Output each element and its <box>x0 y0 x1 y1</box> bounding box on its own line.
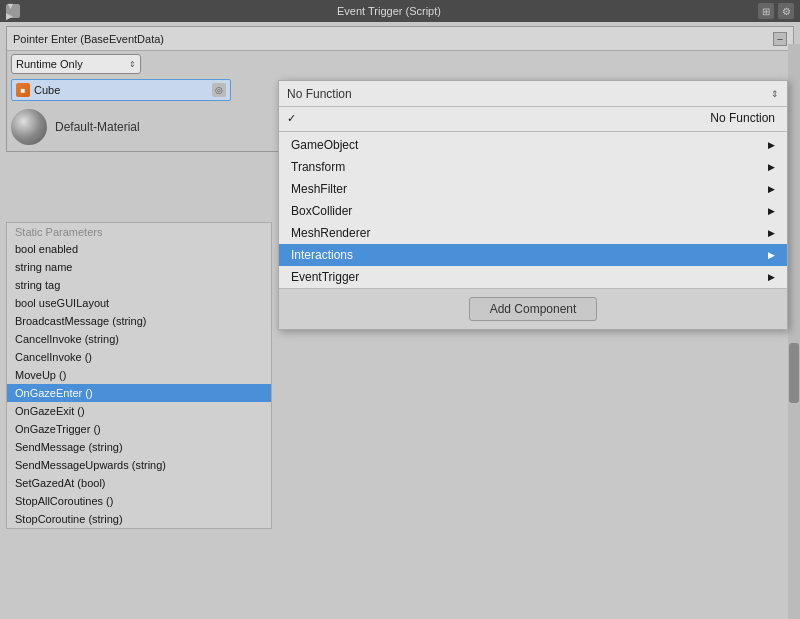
list-item-moveup[interactable]: MoveUp () <box>7 366 271 384</box>
left-panel: Static Parameters bool enabled string na… <box>6 222 272 529</box>
material-name: Default-Material <box>55 120 140 134</box>
dropdown-item-meshrenderer[interactable]: MeshRenderer ▶ <box>279 222 787 244</box>
title-bar-controls: ▼ ▶ <box>6 4 20 18</box>
collapse-icon[interactable]: ▼ ▶ <box>6 4 20 18</box>
list-item-bool-useguilayout[interactable]: bool useGUILayout <box>7 294 271 312</box>
list-item-cancelinvoke[interactable]: CancelInvoke () <box>7 348 271 366</box>
interactions-label: Interactions <box>291 248 353 262</box>
material-sphere-icon <box>11 109 47 145</box>
object-field[interactable]: ■ Cube ◎ <box>11 79 231 101</box>
list-item-broadcastmessage[interactable]: BroadcastMessage (string) <box>7 312 271 330</box>
checkmark-icon: ✓ <box>287 112 301 125</box>
title-bar-right: ⊞ ⚙ <box>758 3 794 19</box>
layout-icon[interactable]: ⊞ <box>758 3 774 19</box>
eventtrigger-label: EventTrigger <box>291 270 359 284</box>
right-dropdown: No Function ⇕ ✓ No Function GameObject ▶… <box>278 80 788 330</box>
meshfilter-label: MeshFilter <box>291 182 347 196</box>
list-item-cancelinvoke-string[interactable]: CancelInvoke (string) <box>7 330 271 348</box>
list-item-stopallcoroutines[interactable]: StopAllCoroutines () <box>7 492 271 510</box>
runtime-arrow: ⇕ <box>129 60 136 69</box>
object-picker-button[interactable]: ◎ <box>212 83 226 97</box>
settings-icon[interactable]: ⚙ <box>778 3 794 19</box>
gameobject-arrow: ▶ <box>768 140 775 150</box>
list-item-string-tag[interactable]: string tag <box>7 276 271 294</box>
eventtrigger-arrow: ▶ <box>768 272 775 282</box>
list-item-stopcoroutine[interactable]: StopCoroutine (string) <box>7 510 271 528</box>
remove-button[interactable]: − <box>773 32 787 46</box>
cube-icon: ■ <box>16 83 30 97</box>
boxcollider-arrow: ▶ <box>768 206 775 216</box>
meshfilter-arrow: ▶ <box>768 184 775 194</box>
meshrenderer-arrow: ▶ <box>768 228 775 238</box>
dropdown-header-arrow: ⇕ <box>771 89 779 99</box>
dropdown-item-transform[interactable]: Transform ▶ <box>279 156 787 178</box>
list-item-sendmessage[interactable]: SendMessage (string) <box>7 438 271 456</box>
list-item-setgazedat[interactable]: SetGazedAt (bool) <box>7 474 271 492</box>
dropdown-item-gameobject[interactable]: GameObject ▶ <box>279 134 787 156</box>
dropdown-header[interactable]: No Function ⇕ <box>279 81 787 107</box>
no-function-item-label: No Function <box>710 111 775 125</box>
event-trigger-label: Pointer Enter (BaseEventData) <box>13 33 164 45</box>
static-params-label: Static Parameters <box>7 223 271 240</box>
dropdown-item-boxcollider[interactable]: BoxCollider ▶ <box>279 200 787 222</box>
dropdown-separator <box>279 131 787 132</box>
list-item-sendmessageupwards[interactable]: SendMessageUpwards (string) <box>7 456 271 474</box>
list-item-ongazeexit[interactable]: OnGazeExit () <box>7 402 271 420</box>
dropdown-item-interactions[interactable]: Interactions ▶ <box>279 244 787 266</box>
meshrenderer-label: MeshRenderer <box>291 226 370 240</box>
row-selectors: Runtime Only ⇕ <box>7 51 793 77</box>
title-bar-title: Event Trigger (Script) <box>26 5 752 17</box>
event-trigger-header: Pointer Enter (BaseEventData) − <box>7 27 793 51</box>
interactions-arrow: ▶ <box>768 250 775 260</box>
transform-label: Transform <box>291 160 345 174</box>
runtime-select[interactable]: Runtime Only ⇕ <box>11 54 141 74</box>
dropdown-item-no-function[interactable]: ✓ No Function <box>279 107 787 129</box>
scrollbar-thumb[interactable] <box>789 343 799 403</box>
dropdown-item-meshfilter[interactable]: MeshFilter ▶ <box>279 178 787 200</box>
list-item-bool-enabled[interactable]: bool enabled <box>7 240 271 258</box>
transform-arrow: ▶ <box>768 162 775 172</box>
object-name: Cube <box>34 84 212 96</box>
dropdown-item-eventtrigger[interactable]: EventTrigger ▶ <box>279 266 787 288</box>
add-component-button[interactable]: Add Component <box>469 297 598 321</box>
gameobject-label: GameObject <box>291 138 358 152</box>
title-bar: ▼ ▶ Event Trigger (Script) ⊞ ⚙ <box>0 0 800 22</box>
runtime-label: Runtime Only <box>16 58 83 70</box>
list-item-ongazeenter[interactable]: OnGazeEnter () <box>7 384 271 402</box>
list-item-ongazetrigger[interactable]: OnGazeTrigger () <box>7 420 271 438</box>
vertical-scrollbar[interactable] <box>788 44 800 619</box>
list-item-string-name[interactable]: string name <box>7 258 271 276</box>
add-component-section: Add Component <box>279 288 787 329</box>
no-function-header-label: No Function <box>287 87 352 101</box>
main-content: Pointer Enter (BaseEventData) − Runtime … <box>0 22 800 619</box>
boxcollider-label: BoxCollider <box>291 204 352 218</box>
